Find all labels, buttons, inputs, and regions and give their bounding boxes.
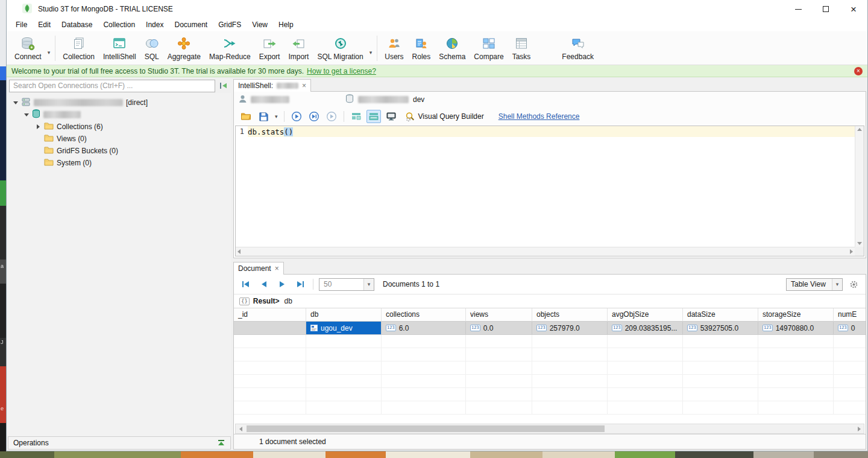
collection-button[interactable]: Collection (58, 34, 99, 63)
tab-close-icon[interactable]: × (275, 265, 279, 272)
save-script-button[interactable] (256, 110, 271, 123)
tab-document[interactable]: Document × (233, 262, 284, 275)
menu-database[interactable]: Database (56, 19, 98, 31)
column-header-numextents[interactable]: numE (834, 308, 866, 322)
tasks-button[interactable]: Tasks (508, 34, 535, 63)
view-settings-button[interactable] (846, 278, 861, 291)
maximize-button[interactable] (812, 0, 840, 18)
cell-db-selected[interactable]: ugou_dev (306, 322, 382, 335)
menu-index[interactable]: Index (140, 19, 169, 31)
table-row-selected[interactable]: ugou_dev 1236.0 1230.0 123257979.0 12320… (234, 322, 866, 335)
map-reduce-button[interactable]: Map-Reduce (205, 34, 255, 63)
view-mode-select[interactable]: Table View ▾ (786, 278, 843, 291)
run-entire-script-button[interactable] (289, 110, 304, 123)
editor-vertical-scrollbar[interactable] (855, 126, 864, 247)
sql-button[interactable]: SQL (140, 34, 163, 63)
scrollbar-corner (855, 247, 864, 256)
cell-collections[interactable]: 1236.0 (382, 322, 466, 335)
tab-intellishell[interactable]: IntelliShell: × (233, 79, 311, 92)
banner-close-button[interactable]: × (854, 67, 863, 75)
cell-numextents[interactable]: 1230 (834, 322, 866, 335)
result-breadcrumb: {} Result> db (234, 294, 866, 308)
result-label[interactable]: Result> (253, 297, 280, 305)
connect-dropdown-arrow[interactable]: ▾ (46, 48, 52, 57)
menu-help[interactable]: Help (273, 19, 299, 31)
result-target[interactable]: db (285, 297, 292, 305)
column-header-datasize[interactable]: dataSize (683, 308, 758, 322)
compare-button[interactable]: Compare (470, 34, 508, 63)
tree-node-views[interactable]: Views (0) (8, 133, 231, 145)
feedback-button[interactable]: Feedback (558, 34, 598, 63)
get-license-link[interactable]: How to get a license? (307, 67, 376, 75)
previous-page-button[interactable] (257, 278, 271, 291)
scrollbar-thumb[interactable] (247, 425, 605, 432)
operations-expand-button[interactable] (217, 439, 225, 447)
menu-collection[interactable]: Collection (98, 19, 140, 31)
toolbar-separator (313, 279, 313, 290)
cell-views[interactable]: 1230.0 (466, 322, 532, 335)
menu-view[interactable]: View (247, 19, 273, 31)
shell-methods-reference-link[interactable]: Shell Methods Reference (498, 112, 580, 121)
tree-node-collections[interactable]: Collections (6) (8, 121, 231, 133)
toggle-query-builder-button[interactable] (349, 110, 363, 123)
tree-node-system[interactable]: System (0) (8, 157, 231, 169)
desktop-segment (542, 451, 615, 458)
column-header-avgobjsize[interactable]: avgObjSize (608, 308, 683, 322)
toggle-result-tab-button[interactable] (366, 110, 381, 123)
shell-editor[interactable]: 1 db.stats() (235, 126, 864, 256)
import-button[interactable]: Import (284, 34, 313, 63)
roles-button[interactable]: Roles (408, 34, 435, 63)
menu-document[interactable]: Document (169, 19, 213, 31)
intellishell-button[interactable]: IntelliShell (99, 34, 140, 63)
aggregate-icon (177, 36, 191, 51)
scroll-left-button[interactable] (236, 424, 245, 433)
aggregate-button[interactable]: Aggregate (163, 34, 205, 63)
first-page-button[interactable] (239, 278, 253, 291)
tab-close-icon[interactable]: × (302, 82, 306, 89)
last-page-button[interactable] (293, 278, 307, 291)
sql-migration-dropdown-arrow[interactable]: ▾ (368, 48, 374, 57)
tree-node-connection[interactable]: [direct] (8, 97, 231, 109)
column-header-objects[interactable]: objects (532, 308, 608, 322)
search-input[interactable] (9, 80, 215, 92)
page-size-select[interactable]: 50 ▾ (319, 278, 374, 291)
editor-horizontal-scrollbar[interactable] (236, 247, 855, 256)
folder-icon (44, 122, 54, 132)
menu-file[interactable]: File (10, 19, 33, 31)
stop-button[interactable] (324, 110, 339, 123)
cell-storagesize[interactable]: 12314970880.0 (758, 322, 834, 335)
open-script-button[interactable] (239, 110, 253, 123)
next-page-button[interactable] (275, 278, 289, 291)
editor-current-line: 1 db.stats() (236, 126, 864, 137)
column-header-id[interactable]: _id (234, 308, 306, 322)
column-header-views[interactable]: views (466, 308, 532, 322)
cell-datasize[interactable]: 12353927505.0 (683, 322, 758, 335)
console-button[interactable] (384, 110, 398, 123)
sql-migration-button[interactable]: SQL Migration (313, 34, 367, 63)
menu-gridfs[interactable]: GridFS (213, 19, 247, 31)
connect-button[interactable]: Connect (10, 34, 46, 63)
cell-avgobjsize[interactable]: 123209.03835195... (608, 322, 683, 335)
chevron-down-icon (13, 101, 18, 104)
visual-query-builder-button[interactable]: Visual Query Builder (401, 111, 487, 122)
scroll-right-button[interactable] (854, 424, 864, 433)
schema-button[interactable]: Schema (435, 34, 470, 63)
menu-edit[interactable]: Edit (33, 19, 56, 31)
minimize-button[interactable] (784, 0, 812, 18)
tree-node-gridfs[interactable]: GridFS Buckets (0) (8, 145, 231, 157)
column-header-collections[interactable]: collections (382, 308, 466, 322)
table-horizontal-scrollbar[interactable] (235, 424, 864, 434)
save-dropdown-arrow[interactable]: ▾ (274, 113, 279, 119)
close-button[interactable]: × (840, 0, 867, 18)
cell-id[interactable] (234, 322, 306, 335)
cell-objects[interactable]: 123257979.0 (532, 322, 608, 335)
column-header-storagesize[interactable]: storageSize (758, 308, 834, 322)
export-button[interactable]: Export (255, 34, 285, 63)
operations-bar[interactable]: Operations (8, 436, 231, 450)
run-statement-button[interactable] (307, 110, 321, 123)
users-button[interactable]: Users (380, 34, 407, 63)
toolbar-separator (55, 36, 55, 61)
tree-node-database[interactable] (8, 109, 231, 121)
collapse-sidebar-button[interactable] (218, 80, 230, 91)
column-header-db[interactable]: db (306, 308, 382, 322)
